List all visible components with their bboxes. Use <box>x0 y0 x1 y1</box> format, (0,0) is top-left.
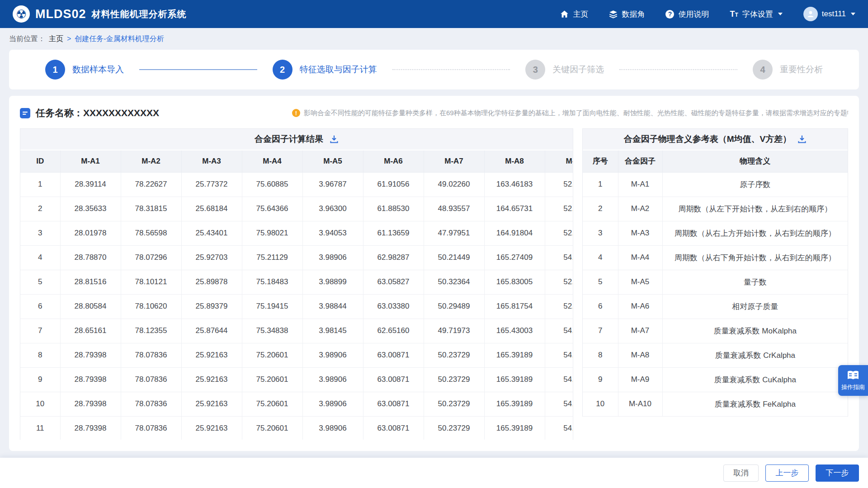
step-2-feature-selection[interactable]: 2 特征选取与因子计算 <box>273 60 377 80</box>
table-cell: 75.20601 <box>242 416 302 440</box>
table-cell: 75.64366 <box>242 197 302 221</box>
table-cell: 4 <box>583 245 618 270</box>
table-cell: 54.964 <box>545 367 573 392</box>
table-cell: 25.43401 <box>181 221 242 245</box>
navbar-menu: 主页 数据角 使用说明 TT 字体设置 t <box>560 7 855 21</box>
warning-icon <box>292 109 300 117</box>
step-3-key-factor-filter[interactable]: 3 关键因子筛选 <box>525 60 604 80</box>
user-menu[interactable]: test111 <box>803 7 855 21</box>
nav-item-help[interactable]: 使用说明 <box>665 9 709 19</box>
table-cell: 2 <box>583 197 618 221</box>
table-row: 328.0197878.5659825.4340175.980213.94053… <box>20 221 573 245</box>
table-cell: 52.839 <box>545 197 573 221</box>
table-cell: 25.87644 <box>181 319 242 343</box>
table-cell: 78.22627 <box>121 172 181 197</box>
table-cell: 25.77372 <box>181 172 242 197</box>
left-table-clip-area[interactable]: IDM-A1M-A2M-A3M-A4M-A5M-A6M-A7M-A8M-A9 1… <box>20 150 573 440</box>
table-cell: 相对原子质量 <box>662 294 848 319</box>
nav-item-font-settings[interactable]: TT 字体设置 <box>730 9 782 19</box>
table-cell: 11 <box>20 416 60 440</box>
operation-guide-button[interactable]: 操作指南 <box>838 365 868 396</box>
breadcrumb-home-link[interactable]: 主页 <box>49 34 63 44</box>
step-4-importance-analysis[interactable]: 4 重要性分析 <box>753 60 823 80</box>
table-cell: 78.10121 <box>121 270 181 294</box>
table-cell: 3 <box>583 221 618 245</box>
table-cell: 78.31815 <box>121 197 181 221</box>
table-cell: 28.80584 <box>60 294 121 319</box>
table-cell: 54.964 <box>545 343 573 367</box>
table-cell: M-A6 <box>618 294 662 319</box>
table-row: 128.3911478.2262725.7737275.608853.96787… <box>20 172 573 197</box>
table-cell: 164.91804 <box>484 221 545 245</box>
table-cell: 3.98899 <box>302 270 363 294</box>
user-avatar-icon <box>803 7 818 21</box>
table-cell: 25.92163 <box>181 367 242 392</box>
table-cell: 75.18483 <box>242 270 302 294</box>
physical-meaning-table: 序号合金因子物理含义 1M-A1原子序数2M-A2周期数（从左下开始计数，从左到… <box>583 150 848 417</box>
table-cell: 4 <box>20 245 60 270</box>
cancel-button[interactable]: 取消 <box>723 465 759 482</box>
table-row: 428.7887078.0729625.9270375.211293.98906… <box>20 245 573 270</box>
task-notice: 影响合金不同性能的可能特征参量种类多样，在69种基本物理化学特征参量的基础上，增… <box>292 109 848 117</box>
table-cell: 50.23729 <box>424 416 484 440</box>
table-cell: 61.13659 <box>363 221 424 245</box>
column-header: 物理含义 <box>662 150 848 172</box>
nav-item-data-corner[interactable]: 数据角 <box>609 9 645 19</box>
step-1-data-import[interactable]: 1 数据样本导入 <box>45 60 124 80</box>
step-2-circle: 2 <box>273 60 292 80</box>
table-cell: M-A7 <box>618 319 662 343</box>
table-cell: 25.68184 <box>181 197 242 221</box>
table-cell: 63.00871 <box>363 367 424 392</box>
nav-item-home[interactable]: 主页 <box>560 9 588 19</box>
table-cell: 75.20601 <box>242 367 302 392</box>
column-header: 序号 <box>583 150 618 172</box>
table-cell: 165.39189 <box>484 367 545 392</box>
operation-guide-label: 操作指南 <box>841 383 865 391</box>
wizard-stepper: 1 数据样本导入 2 特征选取与因子计算 3 关键因子筛选 4 重要性分析 <box>9 50 859 89</box>
table-cell: 165.81754 <box>484 294 545 319</box>
username: test111 <box>822 9 846 19</box>
table-row: 728.6516178.1235525.8764475.348383.98145… <box>20 319 573 343</box>
table-cell: 1 <box>583 172 618 197</box>
previous-step-button[interactable]: 上一步 <box>765 465 809 482</box>
table-cell: 49.02260 <box>424 172 484 197</box>
breadcrumb-current-link[interactable]: 创建任务-金属材料机理分析 <box>75 34 164 44</box>
table-cell: 78.07836 <box>121 367 181 392</box>
breadcrumb-separator: > <box>67 35 71 43</box>
step-connector-dotted <box>392 69 510 70</box>
table-row: 10M-A10质量衰减系数 FeKalpha <box>583 392 848 416</box>
layers-icon <box>609 10 618 19</box>
table-cell: 质量衰减系数 CuKalpha <box>662 367 848 392</box>
column-header: ID <box>20 150 60 172</box>
table-cell: M-A10 <box>618 392 662 416</box>
table-cell: 50.23729 <box>424 343 484 367</box>
table-cell: 3 <box>20 221 60 245</box>
table-cell: M-A1 <box>618 172 662 197</box>
table-row: 5M-A5量子数 <box>583 270 848 294</box>
nav-item-label: 字体设置 <box>742 9 773 19</box>
download-icon[interactable] <box>797 135 807 144</box>
table-cell: 50.29489 <box>424 294 484 319</box>
table-cell: 3.98906 <box>302 245 363 270</box>
table-cell: 周期数（从右下角开始计数，从右到左的顺序） <box>662 245 848 270</box>
column-header: M-A3 <box>181 150 242 172</box>
table-cell: M-A8 <box>618 343 662 367</box>
table-cell: 61.91056 <box>363 172 424 197</box>
app-title: 材料性能机理分析系统 <box>92 8 187 20</box>
chevron-down-icon <box>778 13 783 15</box>
table-cell: 28.81516 <box>60 270 121 294</box>
alloy-factor-results-panel: 合金因子计算结果 IDM-A1M-A2M-A3M-A4M-A5M-A6M-A7M… <box>20 128 573 440</box>
table-cell: 49.71973 <box>424 319 484 343</box>
table-cell: 质量衰减系数 MoKalpha <box>662 319 848 343</box>
right-table-title: 合金因子物理含义参考表（M均值、V方差） <box>624 133 792 145</box>
download-icon[interactable] <box>330 135 339 144</box>
column-header: 合金因子 <box>618 150 662 172</box>
table-cell: 9 <box>583 367 618 392</box>
table-cell: 165.83005 <box>484 270 545 294</box>
header-row: 序号合金因子物理含义 <box>583 150 848 172</box>
table-cell: 78.10620 <box>121 294 181 319</box>
table-cell: 75.60885 <box>242 172 302 197</box>
main-content-card: 任务名称：XXXXXXXXXXXX 影响合金不同性能的可能特征参量种类多样，在6… <box>9 96 859 451</box>
table-cell: 75.98021 <box>242 221 302 245</box>
next-step-button[interactable]: 下一步 <box>816 465 859 482</box>
